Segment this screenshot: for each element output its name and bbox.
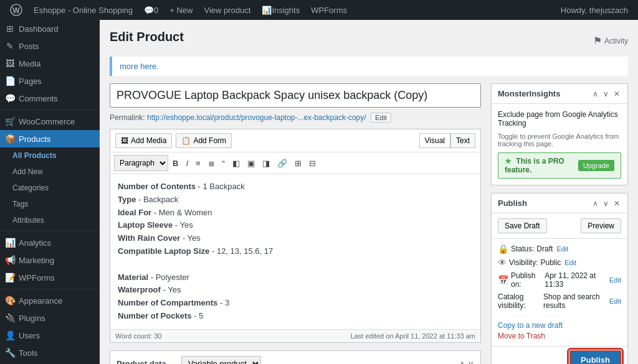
numbered-list-btn[interactable]: ≣ xyxy=(205,157,218,169)
copy-draft-link[interactable]: Copy to a new draft xyxy=(498,321,621,330)
sidebar-item-woocommerce[interactable]: 🛒 WooCommerce xyxy=(0,113,100,130)
tools-icon: 🔧 xyxy=(5,348,15,358)
comments-item[interactable]: 💬 0 xyxy=(139,0,163,20)
notice-link[interactable]: more here. xyxy=(120,62,159,71)
activity-btn[interactable]: ⚑ Activity xyxy=(593,35,628,47)
save-draft-btn[interactable]: Save Draft xyxy=(498,218,547,233)
sidebar-item-plugins[interactable]: 🔌 Plugins xyxy=(0,309,100,327)
product-data-header: Product data — Variable product ∧ ∨ xyxy=(110,351,480,364)
posts-icon: ✎ xyxy=(5,41,15,51)
monsterinsights-title: MonsterInsights xyxy=(498,89,560,98)
publish-btn[interactable]: Publish xyxy=(569,350,621,364)
sidebar-item-comments[interactable]: 💬 Comments xyxy=(0,90,100,107)
link-btn[interactable]: 🔗 xyxy=(274,157,290,169)
sidebar-label-comments: Comments xyxy=(19,94,58,103)
howdy-item[interactable]: Howdy, thejuszach xyxy=(556,0,633,20)
editor-footer: Word count: 30 Last edited on April 11, … xyxy=(110,329,480,342)
sidebar-item-appearance[interactable]: 🎨 Appearance xyxy=(0,292,100,309)
new-item[interactable]: + New xyxy=(164,0,198,20)
wpforms-admin-item[interactable]: WPForms xyxy=(306,0,352,20)
sidebar: ⊞ Dashboard ✎ Posts 🖼 Media 📄 Pages 💬 Co… xyxy=(0,20,100,364)
table-btn[interactable]: ⊟ xyxy=(306,157,319,169)
sidebar-item-attributes[interactable]: Attributes xyxy=(0,212,100,228)
publish-bottom: Publish xyxy=(492,346,627,364)
sidebar-item-categories[interactable]: Categories xyxy=(0,180,100,196)
bullet-list-btn[interactable]: ≡ xyxy=(193,157,204,169)
sidebar-item-pages[interactable]: 📄 Pages xyxy=(0,72,100,90)
catalog-value: Shop and search results xyxy=(543,292,606,310)
monsterinsights-heading: Exclude page from Google Analytics Track… xyxy=(498,110,621,128)
bold-btn[interactable]: B xyxy=(169,157,181,169)
sidebar-item-tags[interactable]: Tags xyxy=(0,196,100,212)
view-product-label: View product xyxy=(204,6,250,15)
view-product-item[interactable]: View product xyxy=(199,0,255,20)
product-data-up-arrow[interactable]: ∧ xyxy=(459,359,465,364)
wp-logo-item[interactable]: W xyxy=(5,0,27,20)
site-name-item[interactable]: Eshoppe - Online Shopping xyxy=(29,0,138,20)
publish-down-arrow[interactable]: ∨ xyxy=(602,199,610,208)
visibility-edit-link[interactable]: Edit xyxy=(564,259,576,266)
product-data-down-arrow[interactable]: ∨ xyxy=(468,359,474,364)
insights-admin-item[interactable]: 📊 Insights xyxy=(257,0,305,20)
woocommerce-icon: 🛒 xyxy=(5,116,15,126)
status-edit-link[interactable]: Edit xyxy=(556,245,568,253)
sidebar-item-tools[interactable]: 🔧 Tools xyxy=(0,344,100,362)
main-content-area: Edit Product ⚑ Activity more here. Perma… xyxy=(100,20,638,364)
publish-close-arrow[interactable]: ✕ xyxy=(612,199,621,208)
sidebar-item-add-new[interactable]: Add New xyxy=(0,164,100,180)
monsterinsights-box: MonsterInsights ∧ ∨ ✕ Exclude page from … xyxy=(491,83,628,185)
wpforms-icon: 📝 xyxy=(5,273,15,282)
insights-admin-label: Insights xyxy=(272,6,300,15)
product-data-label: Product data — xyxy=(117,359,176,364)
pro-feature-text: ★ This is a PRO feature. xyxy=(505,157,578,174)
publish-actions: Save Draft Preview xyxy=(492,213,627,239)
monsterinsights-down-arrow[interactable]: ∨ xyxy=(602,90,610,98)
sidebar-label-tools: Tools xyxy=(19,348,37,358)
monsterinsights-arrows: ∧ ∨ ✕ xyxy=(591,90,621,98)
permalink-url[interactable]: http://eshoppe.local/product/provogue-la… xyxy=(147,113,366,122)
align-left-btn[interactable]: ◧ xyxy=(229,157,243,169)
sidebar-item-products[interactable]: 📦 Products xyxy=(0,130,100,147)
publish-meta: 🔒 Status: Draft Edit 👁 Visibility: Publi… xyxy=(492,239,627,319)
activity-flag-icon: ⚑ xyxy=(593,35,602,47)
visual-mode-btn[interactable]: Visual xyxy=(419,133,450,148)
product-title-input[interactable] xyxy=(110,83,481,108)
monsterinsights-up-arrow[interactable]: ∧ xyxy=(591,90,599,98)
add-media-btn[interactable]: 🖼 Add Media xyxy=(115,133,172,148)
sidebar-item-users[interactable]: 👤 Users xyxy=(0,327,100,344)
sidebar-item-wpforms[interactable]: 📝 WPForms xyxy=(0,269,100,286)
monsterinsights-close-arrow[interactable]: ✕ xyxy=(612,90,621,98)
text-mode-btn[interactable]: Text xyxy=(450,133,475,148)
catalog-edit-link[interactable]: Edit xyxy=(609,297,621,305)
add-form-btn[interactable]: 📋 Add Form xyxy=(176,133,232,148)
permalink-edit-btn[interactable]: Edit xyxy=(371,113,391,123)
sidebar-item-all-products[interactable]: All Products xyxy=(0,147,100,164)
publish-date-row: 📅 Publish on: Apr 11, 2022 at 11:33 Edit xyxy=(498,271,621,289)
move-to-trash-link[interactable]: Move to Trash xyxy=(498,332,621,340)
publish-box: Publish ∧ ∨ ✕ Save Draft Preview 🔒 xyxy=(491,193,628,364)
word-count: Word count: 30 xyxy=(115,332,161,340)
sidebar-item-analytics[interactable]: 📊 Analytics xyxy=(0,234,100,251)
sidebar-item-posts[interactable]: ✎ Posts xyxy=(0,37,100,55)
editor-content[interactable]: Number of Contents - 1 Backpack Type - B… xyxy=(110,174,480,329)
table-row-btn[interactable]: ⊞ xyxy=(292,157,305,169)
pro-feature-bar: ★ This is a PRO feature. Upgrade xyxy=(498,152,621,179)
publish-on-edit-link[interactable]: Edit xyxy=(609,276,621,284)
monsterinsights-subtext: Toggle to prevent Google Analytics from … xyxy=(498,133,621,147)
last-edited: Last edited on April 11, 2022 at 11:33 a… xyxy=(350,332,475,340)
align-right-btn[interactable]: ◨ xyxy=(259,157,273,169)
calendar-icon: 📅 xyxy=(498,275,508,285)
align-center-btn[interactable]: ▣ xyxy=(244,157,258,169)
sidebar-item-marketing[interactable]: 📢 Marketing xyxy=(0,251,100,269)
sidebar-item-media[interactable]: 🖼 Media xyxy=(0,55,100,72)
product-type-select[interactable]: Variable product xyxy=(181,356,261,364)
publish-up-arrow[interactable]: ∧ xyxy=(591,199,599,208)
italic-btn[interactable]: I xyxy=(183,157,191,169)
paragraph-select[interactable]: Paragraph xyxy=(114,155,168,171)
upgrade-btn[interactable]: Upgrade xyxy=(578,160,614,171)
preview-btn[interactable]: Preview xyxy=(581,218,621,233)
pages-icon: 📄 xyxy=(5,76,15,86)
sidebar-item-settings[interactable]: ⚙ Settings xyxy=(0,362,100,364)
sidebar-item-dashboard[interactable]: ⊞ Dashboard xyxy=(0,20,100,37)
quote-btn[interactable]: “ xyxy=(219,157,228,169)
